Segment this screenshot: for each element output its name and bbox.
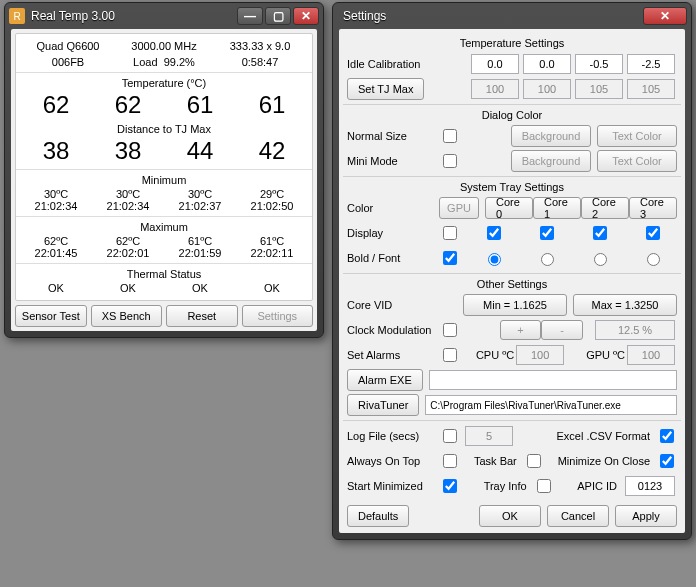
core0-color-button[interactable]: Core 0 [485, 197, 533, 219]
rivatuner-path[interactable]: C:\Program Files\RivaTuner\RivaTuner.exe [425, 395, 677, 415]
clock-speed: 3000.00 MHz [116, 40, 212, 52]
idle-cal-0[interactable] [471, 54, 519, 74]
minimize-button[interactable]: — [237, 7, 263, 25]
mini-text-button[interactable]: Text Color [597, 150, 677, 172]
gpu-alarm-value[interactable] [627, 345, 675, 365]
distance-row: 38384442 [20, 137, 308, 165]
settings-button[interactable]: Settings [242, 305, 314, 327]
min-temp-row: 30ºC30ºC30ºC29ºC [20, 188, 308, 200]
normal-text-button[interactable]: Text Color [597, 125, 677, 147]
other-title: Other Settings [347, 278, 677, 290]
xs-bench-button[interactable]: XS Bench [91, 305, 163, 327]
core2-color-button[interactable]: Core 2 [581, 197, 629, 219]
normal-size-checkbox[interactable] [443, 129, 457, 143]
uptime: 0:58:47 [212, 56, 308, 68]
font-core3-radio[interactable] [647, 253, 660, 266]
thermal-title: Thermal Status [20, 268, 308, 280]
main-title: Real Temp 3.00 [31, 9, 237, 23]
normal-bg-button[interactable]: Background [511, 125, 591, 147]
info-panel: Quad Q6600 3000.00 MHz 333.33 x 9.0 006F… [15, 33, 313, 301]
temperature-row: 62626161 [20, 91, 308, 119]
apic-id-label: APIC ID [577, 480, 617, 492]
mini-mode-checkbox[interactable] [443, 154, 457, 168]
set-tjmax-button[interactable]: Set TJ Max [347, 78, 424, 100]
reset-button[interactable]: Reset [166, 305, 238, 327]
logfile-value[interactable] [465, 426, 513, 446]
core3-color-button[interactable]: Core 3 [629, 197, 677, 219]
core1-color-button[interactable]: Core 1 [533, 197, 581, 219]
display-core1-checkbox[interactable] [540, 226, 554, 240]
alarm-exe-path[interactable] [429, 370, 677, 390]
always-on-top-label: Always On Top [347, 455, 439, 467]
logfile-checkbox[interactable] [443, 429, 457, 443]
cpu-name: Quad Q6600 [20, 40, 116, 52]
clockmod-minus-button[interactable]: - [541, 320, 583, 340]
start-min-label: Start Minimized [347, 480, 439, 492]
idle-cal-label: Idle Calibration [347, 58, 439, 70]
settings-title: Settings [337, 9, 643, 23]
clockmod-value [595, 320, 675, 340]
mini-bg-button[interactable]: Background [511, 150, 591, 172]
gpu-color-button[interactable]: GPU [439, 197, 479, 219]
load-cell: Load 99.2% [116, 56, 212, 68]
min-on-close-checkbox[interactable] [660, 454, 674, 468]
setalarms-label: Set Alarms [347, 349, 439, 361]
settings-titlebar[interactable]: Settings ✕ [333, 3, 691, 29]
font-core1-radio[interactable] [541, 253, 554, 266]
font-core2-radio[interactable] [594, 253, 607, 266]
distance-title: Distance to TJ Max [20, 123, 308, 135]
alarm-exe-button[interactable]: Alarm EXE [347, 369, 423, 391]
display-core0-checkbox[interactable] [487, 226, 501, 240]
display-gpu-checkbox[interactable] [443, 226, 457, 240]
idle-cal-3[interactable] [627, 54, 675, 74]
app-icon: R [9, 8, 25, 24]
sensor-test-button[interactable]: Sensor Test [15, 305, 87, 327]
cpu-alarm-value[interactable] [516, 345, 564, 365]
display-core2-checkbox[interactable] [593, 226, 607, 240]
maximize-button[interactable]: ▢ [265, 7, 291, 25]
always-on-top-checkbox[interactable] [443, 454, 457, 468]
corevid-min-button[interactable]: Min = 1.1625 [463, 294, 567, 316]
cpu-c-label: CPU ºC [476, 349, 514, 361]
max-title: Maximum [20, 221, 308, 233]
defaults-button[interactable]: Defaults [347, 505, 409, 527]
taskbar-label: Task Bar [474, 455, 517, 467]
setalarms-checkbox[interactable] [443, 348, 457, 362]
thermal-row: OKOKOKOK [20, 282, 308, 294]
min-on-close-label: Minimize On Close [558, 455, 650, 467]
ok-button[interactable]: OK [479, 505, 541, 527]
bold-checkbox[interactable] [443, 251, 457, 265]
taskbar-checkbox[interactable] [527, 454, 541, 468]
settings-close-button[interactable]: ✕ [643, 7, 687, 25]
start-min-checkbox[interactable] [443, 479, 457, 493]
tray-info-label: Tray Info [484, 480, 527, 492]
min-time-row: 21:02:3421:02:3421:02:3721:02:50 [20, 200, 308, 212]
normal-size-label: Normal Size [347, 130, 439, 142]
clockmod-plus-button[interactable]: + [500, 320, 542, 340]
cancel-button[interactable]: Cancel [547, 505, 609, 527]
corevid-max-button[interactable]: Max = 1.3250 [573, 294, 677, 316]
apic-id-value[interactable] [625, 476, 675, 496]
excel-checkbox[interactable] [660, 429, 674, 443]
temperature-title: Temperature (°C) [20, 77, 308, 89]
font-core0-radio[interactable] [488, 253, 501, 266]
display-label: Display [347, 227, 439, 239]
dialog-color-title: Dialog Color [347, 109, 677, 121]
excel-label: Excel .CSV Format [556, 430, 650, 442]
settings-window: Settings ✕ Temperature Settings Idle Cal… [332, 2, 692, 540]
close-button[interactable]: ✕ [293, 7, 319, 25]
color-label: Color [347, 202, 439, 214]
rivatuner-button[interactable]: RivaTuner [347, 394, 419, 416]
clockmod-checkbox[interactable] [443, 323, 457, 337]
main-titlebar[interactable]: R Real Temp 3.00 — ▢ ✕ [5, 3, 323, 29]
idle-cal-2[interactable] [575, 54, 623, 74]
bold-label: Bold / Font [347, 252, 439, 264]
tray-info-checkbox[interactable] [537, 479, 551, 493]
display-core3-checkbox[interactable] [646, 226, 660, 240]
mini-mode-label: Mini Mode [347, 155, 439, 167]
cpu-family: 006FB [20, 56, 116, 68]
idle-cal-1[interactable] [523, 54, 571, 74]
apply-button[interactable]: Apply [615, 505, 677, 527]
temp-settings-title: Temperature Settings [347, 37, 677, 49]
tjmax-2 [575, 79, 623, 99]
